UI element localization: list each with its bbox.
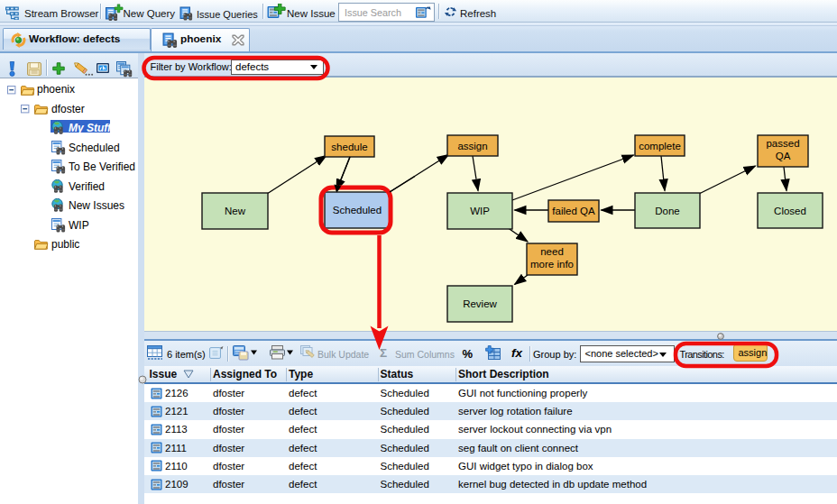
svg-text:failed QA: failed QA xyxy=(552,206,595,216)
svg-text:Closed: Closed xyxy=(774,206,806,216)
svg-text:New: New xyxy=(225,206,246,216)
svg-text:assign: assign xyxy=(457,141,487,151)
svg-text:Review: Review xyxy=(463,298,497,309)
svg-text:WIP: WIP xyxy=(470,206,490,216)
svg-text:Done: Done xyxy=(655,206,680,216)
svg-text:passed: passed xyxy=(766,138,799,149)
svg-text:Scheduled: Scheduled xyxy=(333,205,382,215)
svg-text:need: need xyxy=(540,246,564,257)
svg-text:complete: complete xyxy=(639,141,681,151)
svg-text:shedule: shedule xyxy=(331,142,367,152)
svg-text:more info: more info xyxy=(530,259,574,270)
svg-text:QA: QA xyxy=(776,151,791,161)
